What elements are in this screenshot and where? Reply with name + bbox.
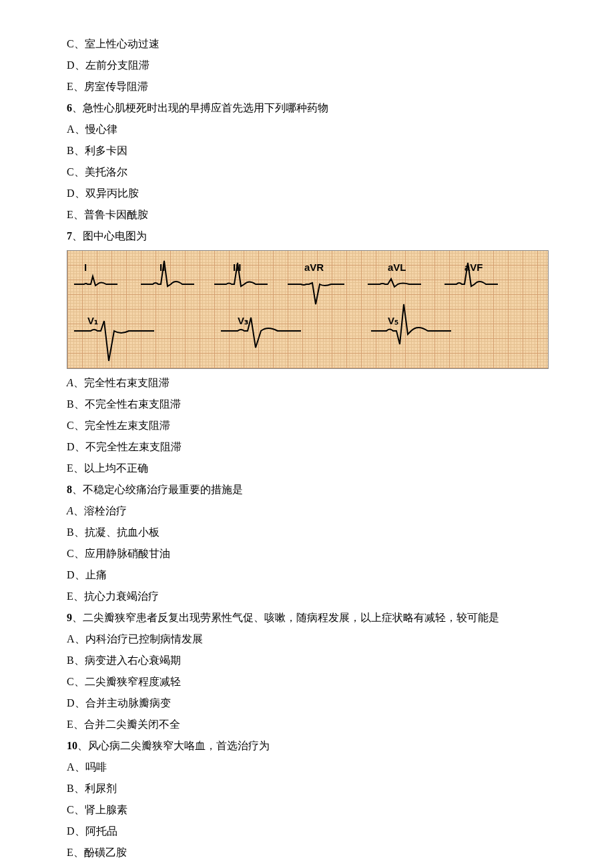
q9-option-b: B、病变进入右心衰竭期 (67, 650, 547, 671)
q7-option-a: A、完全性右束支阻滞 (67, 372, 547, 394)
q7-option-e: E、以上均不正确 (67, 458, 547, 479)
q8-option-b: B、抗凝、抗血小板 (67, 522, 547, 543)
q8-stem: 8、不稳定心绞痛治疗最重要的措施是 (67, 479, 547, 500)
q8-option-e: E、抗心力衰竭治疗 (67, 586, 547, 607)
q7-option-d: D、不完全性左束支阻滞 (67, 436, 547, 458)
q9-option-d: D、合并主动脉瓣病变 (67, 693, 547, 714)
q6-option-d: D、双异丙比胺 (67, 183, 547, 204)
q10-text: 、风心病二尖瓣狭窄大咯血，首选治疗为 (77, 740, 270, 751)
q10-stem: 10、风心病二尖瓣狭窄大咯血，首选治疗为 (67, 735, 547, 757)
q8-option-d: D、止痛 (67, 564, 547, 586)
q9-text: 、二尖瓣狭窄患者反复出现劳累性气促、咳嗽，随病程发展，以上症状略有减轻，较可能是 (72, 612, 499, 623)
q6-option-c: C、美托洛尔 (67, 161, 547, 183)
q7-a-letter: A (67, 377, 73, 388)
q10-number: 10 (67, 740, 77, 751)
q5-option-c: C、室上性心动过速 (67, 33, 547, 55)
q10-option-b: B、利尿剂 (67, 778, 547, 799)
q6-stem: 6、急性心肌梗死时出现的早搏应首先选用下列哪种药物 (67, 97, 547, 119)
ecg-traces (67, 251, 548, 368)
q9-option-e: E、合并二尖瓣关闭不全 (67, 714, 547, 735)
q9-option-a: A、内科治疗已控制病情发展 (67, 628, 547, 650)
q7-a-text: 、完全性右束支阻滞 (73, 377, 170, 388)
q8-option-a: A、溶栓治疗 (67, 500, 547, 522)
q8-number: 8 (67, 484, 72, 495)
q10-option-d: D、阿托品 (67, 821, 547, 842)
q6-text: 、急性心肌梗死时出现的早搏应首先选用下列哪种药物 (72, 102, 328, 113)
q10-option-e: E、酚磺乙胺 (67, 842, 547, 863)
q5-option-d: D、左前分支阻滞 (67, 55, 547, 76)
q6-option-a: A、慢心律 (67, 119, 547, 140)
q9-stem: 9、二尖瓣狭窄患者反复出现劳累性气促、咳嗽，随病程发展，以上症状略有减轻，较可能… (67, 607, 547, 628)
q8-a-letter: A (67, 505, 73, 516)
q7-text: 、图中心电图为 (72, 230, 147, 242)
q5-option-e: E、房室传导阻滞 (67, 76, 547, 97)
q6-number: 6 (67, 102, 72, 113)
q8-text: 、不稳定心绞痛治疗最重要的措施是 (72, 484, 243, 495)
q10-option-c: C、肾上腺素 (67, 799, 547, 821)
q6-option-b: B、利多卡因 (67, 140, 547, 161)
q7-option-c: C、完全性左束支阻滞 (67, 415, 547, 436)
q7-option-b: B、不完全性右束支阻滞 (67, 394, 547, 415)
q8-a-text: 、溶栓治疗 (73, 505, 127, 516)
ecg-image: I II III aVR aVL aVF V₁ V₃ V₅ (67, 250, 549, 369)
q9-option-c: C、二尖瓣狭窄程度减轻 (67, 671, 547, 693)
q6-option-e: E、普鲁卡因酰胺 (67, 204, 547, 226)
q8-option-c: C、应用静脉硝酸甘油 (67, 543, 547, 564)
q7-number: 7 (67, 230, 72, 242)
q10-option-a: A、吗啡 (67, 757, 547, 778)
q9-number: 9 (67, 612, 72, 623)
q7-stem: 7、图中心电图为 (67, 226, 547, 247)
